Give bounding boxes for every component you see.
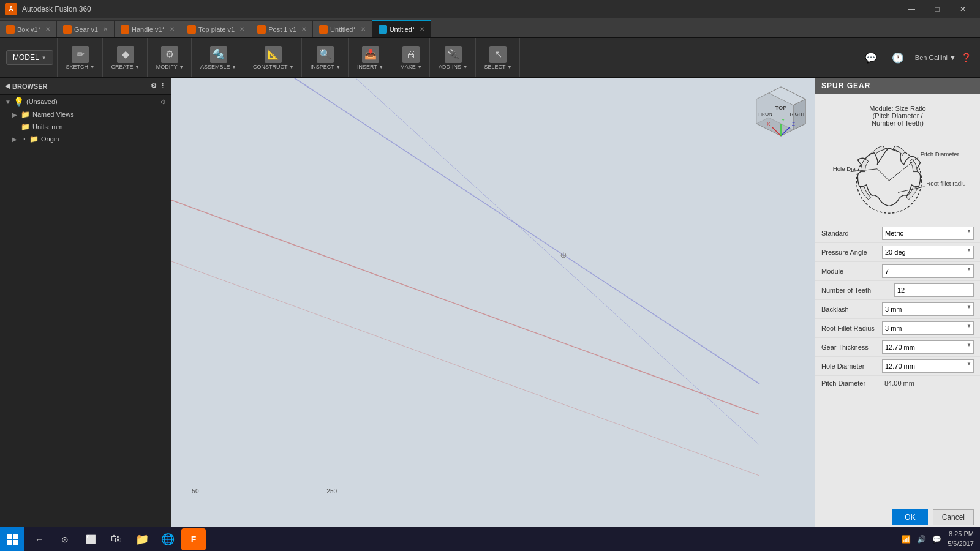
cancel-button[interactable]: Cancel [933,509,974,525]
history-button[interactable]: 🕐 [888,50,910,66]
browser-item-unsaved[interactable]: ▼ 💡 (Unsaved) ⚙ [0,95,171,108]
help-button[interactable]: ❓ [961,53,971,62]
addins-button[interactable]: 🔌 ADD-INS ▼ [435,44,471,72]
close-button[interactable]: ✕ [951,0,975,18]
backlash-select[interactable]: 3 mm 1 mm 2 mm [882,302,974,316]
tab-untitled-1[interactable]: Untitled* ✕ [313,20,372,37]
num-teeth-input[interactable] [894,283,974,297]
tab-gear-v1[interactable]: Gear v1 ✕ [57,20,115,37]
browser-collapse-icon[interactable]: ◀ [5,82,10,90]
toolbar-modify-group: ⚙ MODIFY ▼ [149,38,192,77]
chat-button[interactable]: 💬 [861,50,883,66]
viewport[interactable]: -50 -250 TOP RIGHT FRONT Z X Y [172,78,815,531]
tab-close-icon[interactable]: ✕ [420,26,424,32]
svg-text:Y: Y [782,118,785,123]
pressure-angle-select[interactable]: 20 deg 14.5 deg 25 deg [882,246,974,259]
modify-button[interactable]: ⚙ MODIFY ▼ [153,44,187,72]
taskbar-search[interactable]: ⊙ [53,528,77,550]
tab-close-icon[interactable]: ✕ [361,26,366,32]
minimize-button[interactable]: — [899,0,924,18]
notification-icon[interactable]: 💬 [932,535,941,544]
taskbar-tray: 📶 🔊 💬 8:25 PM 5/6/2017 [895,530,980,549]
taskbar-task-view[interactable]: ⬜ [78,528,103,550]
settings-icon[interactable]: ⚙ [160,99,166,105]
clock-time: 8:25 PM [948,530,974,539]
svg-line-0 [172,200,760,414]
unsaved-icon: 💡 [13,97,24,107]
construct-button[interactable]: 📐 CONSTRUCT ▼ [249,44,298,72]
addins-label: ADD-INS ▼ [439,64,467,70]
pressure-angle-row: Pressure Angle 20 deg 14.5 deg 25 deg [815,243,980,262]
taskbar-items: ← ⊙ ⬜ 🛍 📁 🌐 F [24,528,208,550]
tab-post1-v1[interactable]: Post 1 v1 ✕ [251,20,313,37]
browser-expand-icon[interactable]: ⋮ [159,82,166,90]
browser-item-units[interactable]: 📁 Units: mm [0,121,171,133]
tab-handle-v1[interactable]: Handle v1* ✕ [115,20,181,37]
browser-settings-icon[interactable]: ⚙ [151,82,157,90]
app-title: Autodesk Fusion 360 [22,5,899,13]
expand-arrow: ▶ [12,136,18,143]
svg-text:X: X [767,121,771,127]
start-button[interactable] [0,527,24,552]
num-teeth-value [894,283,974,297]
system-clock: 8:25 PM 5/6/2017 [948,530,974,549]
gear-thickness-select[interactable]: 12.70 mm 6.35 mm 25.40 mm [882,340,974,354]
tab-close-icon[interactable]: ✕ [170,26,175,32]
tab-box-v1[interactable]: Box v1* ✕ [0,20,57,37]
tab-icon [187,25,196,34]
standard-select[interactable]: Metric Imperial [882,227,974,240]
spur-gear-title: SPUR GEAR [815,78,980,94]
tab-bar: Box v1* ✕ Gear v1 ✕ Handle v1* ✕ Top pla… [0,18,980,38]
num-teeth-row: Number of Teeth [815,281,980,300]
browser-item-origin[interactable]: ▶ ⚬ 📁 Origin [0,133,171,145]
select-label: SELECT ▼ [484,64,512,70]
taskbar-back[interactable]: ← [27,528,51,550]
assemble-icon: 🔩 [210,46,227,63]
svg-text:Hole Dia.: Hole Dia. [832,165,857,172]
assemble-button[interactable]: 🔩 ASSEMBLE ▼ [197,44,240,72]
taskbar-fusion[interactable]: F [181,528,206,550]
model-dropdown-button[interactable]: MODEL ▼ [6,50,53,65]
sketch-button[interactable]: ✏ SKETCH ▼ [62,44,99,72]
taskbar-chrome[interactable]: 🌐 [156,528,180,550]
tab-untitled-2[interactable]: Untitled* ✕ [372,20,432,37]
backlash-value: 3 mm 1 mm 2 mm [882,302,974,316]
tab-close-icon[interactable]: ✕ [301,26,306,32]
viewcube-container[interactable]: TOP RIGHT FRONT Z X Y [753,84,809,141]
tab-close-icon[interactable]: ✕ [239,26,244,32]
taskbar-explorer[interactable]: 📁 [130,528,154,550]
standard-label: Standard [821,230,882,237]
tab-close-icon[interactable]: ✕ [45,26,50,32]
module-row: Module 7 1 2 3 [815,262,980,281]
tab-label: Top plate v1 [198,26,235,33]
hole-diameter-select[interactable]: 12.70 mm 6.35 mm 25.40 mm [882,359,974,373]
select-button[interactable]: ↖ SELECT ▼ [481,44,516,72]
svg-text:Pitch Diameter: Pitch Diameter [920,151,959,157]
svg-line-2 [294,78,760,384]
svg-text:Root fillet radius: Root fillet radius [926,180,965,187]
svg-rect-32 [13,540,18,545]
inspect-button[interactable]: 🔍 INSPECT ▼ [307,44,344,72]
tab-top-plate-v1[interactable]: Top plate v1 ✕ [181,20,251,37]
addins-icon: 🔌 [445,46,462,63]
browser-item-named-views[interactable]: ▶ 📁 Named Views [0,108,171,121]
tab-icon [319,25,328,34]
svg-text:Z: Z [792,121,795,127]
make-button[interactable]: 🖨 MAKE ▼ [396,44,426,72]
taskbar-store[interactable]: 🛍 [104,528,129,550]
tab-close-icon[interactable]: ✕ [103,26,108,32]
tab-label: Untitled* [390,26,415,33]
toolbar-assemble-group: 🔩 ASSEMBLE ▼ [193,38,244,77]
create-button[interactable]: ◆ CREATE ▼ [108,44,143,72]
module-value: 7 1 2 3 [882,264,974,278]
module-select[interactable]: 7 1 2 3 [882,264,974,278]
chat-icon: 💬 [865,52,877,64]
insert-button[interactable]: 📥 INSERT ▼ [353,44,387,72]
clock-date: 5/6/2017 [948,539,974,549]
root-fillet-row: Root Fillet Radius 3 mm 1 mm 2 mm [815,319,980,338]
toolbar-addins-group: 🔌 ADD-INS ▼ [431,38,475,77]
root-fillet-select[interactable]: 3 mm 1 mm 2 mm [882,321,974,335]
maximize-button[interactable]: □ [925,0,949,18]
select-icon: ↖ [489,46,507,63]
ok-button[interactable]: OK [892,509,927,525]
